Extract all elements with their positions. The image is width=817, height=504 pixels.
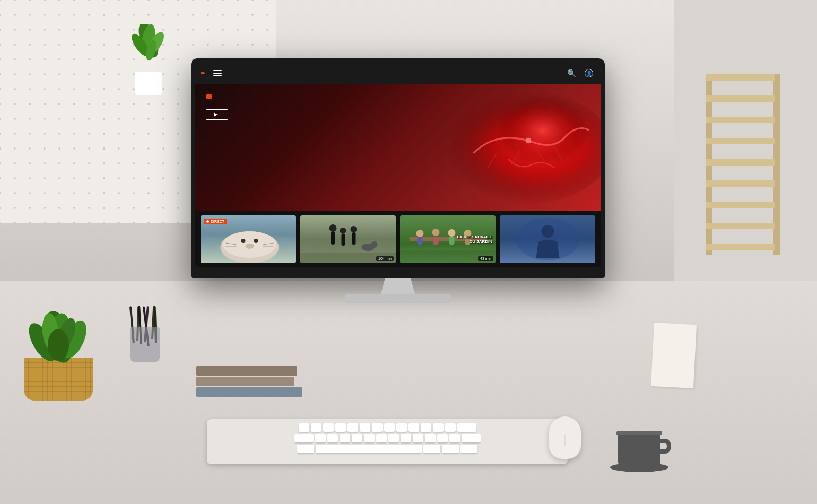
thumbnail-3[interactable]: LA VIE SAUVAGEDU JARDIN 43 min bbox=[400, 215, 496, 263]
coffee-area bbox=[610, 463, 668, 472]
hamburger-menu[interactable] bbox=[213, 70, 222, 76]
thumbnail-4[interactable] bbox=[500, 215, 595, 263]
svg-point-35 bbox=[371, 241, 378, 248]
svg-point-33 bbox=[351, 226, 357, 232]
watch-button[interactable] bbox=[206, 109, 228, 120]
hero-section bbox=[195, 84, 601, 211]
direct-label: DIRECT bbox=[211, 220, 224, 223]
pencil-cup-body bbox=[130, 327, 160, 362]
svg-point-29 bbox=[329, 224, 337, 232]
svg-point-21 bbox=[241, 239, 246, 243]
svg-rect-41 bbox=[433, 237, 439, 245]
svg-rect-30 bbox=[342, 234, 345, 246]
key-row-2 bbox=[212, 434, 562, 442]
keyboard-keys bbox=[207, 419, 568, 457]
keyboard[interactable] bbox=[207, 419, 568, 464]
svg-point-48 bbox=[516, 218, 580, 260]
desk-plant bbox=[16, 294, 106, 401]
monitor-stand-base bbox=[345, 294, 451, 303]
arte-logo-text bbox=[201, 72, 205, 74]
svg-point-31 bbox=[340, 228, 346, 234]
thumbnails-row: DIRECT bbox=[195, 211, 601, 267]
svg-point-23 bbox=[246, 244, 254, 249]
arte-navigation: 🔍 👤 bbox=[195, 63, 601, 84]
hero-background-image bbox=[358, 84, 601, 211]
monitor: 🔍 👤 bbox=[191, 58, 605, 303]
hero-content bbox=[206, 94, 388, 201]
thumbnail-2[interactable]: 104 min bbox=[300, 215, 396, 263]
user-icon: 👤 bbox=[585, 69, 593, 77]
mouse-scroll-wheel bbox=[565, 435, 566, 446]
paper-document bbox=[651, 323, 697, 388]
coffee-cup-rim bbox=[616, 431, 662, 435]
pegboard-plant bbox=[122, 11, 175, 95]
garden-title-overlay: LA VIE SAUVAGEDU JARDIN bbox=[457, 234, 492, 244]
login-button[interactable]: 👤 bbox=[585, 69, 595, 77]
key-row-3 bbox=[212, 445, 562, 453]
svg-point-40 bbox=[432, 229, 440, 236]
svg-point-11 bbox=[48, 329, 69, 361]
monitor-screen: 🔍 👤 bbox=[195, 63, 601, 267]
play-icon bbox=[214, 112, 218, 117]
svg-rect-32 bbox=[352, 232, 356, 245]
svg-point-38 bbox=[416, 230, 424, 237]
search-icon[interactable]: 🔍 bbox=[567, 69, 576, 77]
svg-point-14 bbox=[525, 137, 531, 143]
svg-rect-43 bbox=[449, 237, 455, 245]
thumbnail-1[interactable]: DIRECT bbox=[201, 215, 296, 263]
hero-arte-badge bbox=[206, 94, 212, 99]
monitor-bezel: 🔍 👤 bbox=[191, 58, 605, 278]
svg-point-42 bbox=[448, 229, 456, 237]
svg-rect-39 bbox=[418, 237, 423, 245]
thumbnail-2-duration: 104 min bbox=[376, 256, 394, 261]
svg-rect-28 bbox=[331, 231, 335, 245]
pencil-cup bbox=[130, 303, 162, 362]
monitor-stand-neck bbox=[377, 278, 419, 294]
coffee-cup-handle bbox=[659, 439, 671, 454]
direct-dot bbox=[206, 220, 209, 223]
coffee-saucer bbox=[610, 463, 668, 472]
arte-logo bbox=[201, 72, 205, 74]
shelf-right bbox=[706, 74, 780, 276]
books-stack bbox=[196, 366, 302, 398]
plant-leaves bbox=[122, 24, 175, 77]
key-row-1 bbox=[212, 423, 562, 432]
hamburger-line-2 bbox=[213, 73, 222, 74]
hamburger-line-3 bbox=[213, 75, 222, 76]
thumbnail-3-duration: 43 min bbox=[478, 256, 493, 261]
hamburger-line-1 bbox=[213, 70, 222, 71]
direct-badge: DIRECT bbox=[204, 219, 227, 224]
desk-surface bbox=[0, 281, 817, 504]
mouse[interactable] bbox=[549, 416, 581, 459]
svg-point-22 bbox=[254, 239, 258, 243]
basket-plant-leaves bbox=[16, 294, 101, 369]
